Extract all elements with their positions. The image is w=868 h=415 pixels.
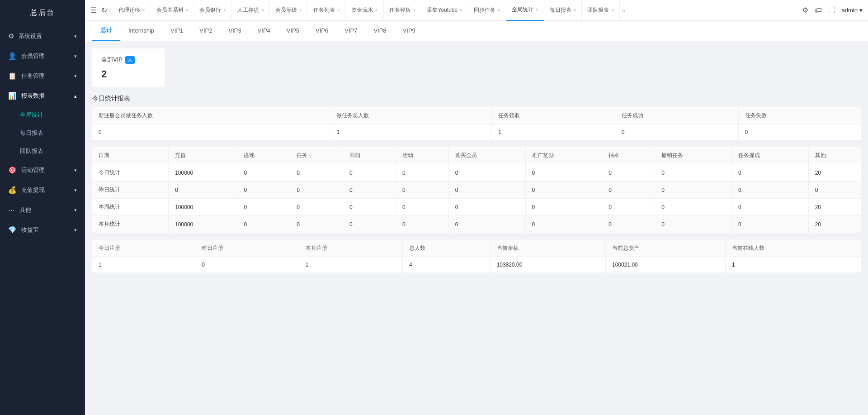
today-stats-table: 新注册会员做任务人数 做任务总人数 任务领取 任务成功 任务失败 0 1 1 0… xyxy=(92,107,861,140)
tab-close-icon[interactable]: × xyxy=(223,8,226,13)
tab-agent-move[interactable]: 代理迁移 × xyxy=(113,0,151,21)
tab-member-bank[interactable]: 会员银行 × xyxy=(194,0,232,21)
tab-global-stats[interactable]: 全局统计 × xyxy=(506,0,544,21)
content-tab-vip8[interactable]: VIP8 xyxy=(365,22,394,40)
admin-arrow-icon: ▾ xyxy=(859,7,863,14)
col-recharge: 充值 xyxy=(169,147,237,164)
sidebar-item-label: 收益宝 xyxy=(21,226,39,234)
content-tab-vip9[interactable]: VIP9 xyxy=(395,22,424,40)
val-month-activity: 0 xyxy=(396,216,448,233)
finance-row-yesterday: 昨日统计 0 0 0 0 0 0 0 0 0 0 0 xyxy=(92,181,861,199)
topbar-tabs: ‹ 代理迁移 × 会员关系树 × 会员银行 × 人工存提 × 会员等级 × xyxy=(107,0,797,21)
tab-close-icon[interactable]: × xyxy=(142,8,145,13)
tab-team-report[interactable]: 团队报表 × xyxy=(582,0,620,21)
sidebar-item-label: 任务管理 xyxy=(21,72,45,80)
tab-task-template[interactable]: 任务模板 × xyxy=(384,0,422,21)
content-tab-vip2[interactable]: VIP2 xyxy=(191,22,220,40)
col-online-members: 当前在线人数 xyxy=(726,240,861,257)
tab-close-icon[interactable]: × xyxy=(337,8,340,13)
sidebar-item-team-report[interactable]: 团队报表 xyxy=(0,142,85,160)
sidebar-item-system[interactable]: ⚙ 系统设置 ▾ xyxy=(0,26,85,46)
content-tab-vip4[interactable]: VIP4 xyxy=(250,22,278,40)
settings-icon[interactable]: ⚙ xyxy=(802,6,808,14)
content-tab-vip3[interactable]: VIP3 xyxy=(220,22,249,40)
reports-icon: 📊 xyxy=(8,92,17,100)
val-week-activity: 0 xyxy=(396,199,448,216)
today-section-title: 今日统计报表 xyxy=(92,95,861,103)
val-today-commission: 0 xyxy=(602,164,655,181)
shouyibao-icon: 💎 xyxy=(8,226,17,234)
sidebar-item-reports[interactable]: 📊 报表数据 ▴ xyxy=(0,86,85,106)
tab-close-icon[interactable]: × xyxy=(299,8,302,13)
val-yest-revoke: 0 xyxy=(655,181,732,199)
tab-close-icon[interactable]: × xyxy=(536,7,538,12)
menu-icon[interactable]: ☰ xyxy=(90,6,97,14)
tabs-scroll-left[interactable]: ‹ xyxy=(107,7,113,14)
admin-button[interactable]: admin ▾ xyxy=(842,7,863,14)
expand-icon[interactable]: ⛶ xyxy=(828,6,835,14)
content-tab-vip1[interactable]: VIP1 xyxy=(162,22,191,40)
val-week-task-commission: 0 xyxy=(731,199,808,216)
tab-close-icon[interactable]: × xyxy=(186,8,189,13)
tab-close-icon[interactable]: × xyxy=(413,8,416,13)
tag-icon[interactable]: 🏷 xyxy=(815,6,822,14)
content-tab-total[interactable]: 总计 xyxy=(92,21,120,41)
col-total-task-members: 做任务总人数 xyxy=(330,107,492,124)
member-stats-row: 1 0 1 4 103820.00 100021.00 1 xyxy=(92,257,861,273)
row-label-week: 本周统计 xyxy=(92,199,169,216)
sidebar-item-global-stats[interactable]: 全局统计 xyxy=(0,106,85,124)
system-icon: ⚙ xyxy=(8,32,14,40)
tab-close-icon[interactable]: × xyxy=(574,8,576,13)
val-task-fail: 0 xyxy=(738,124,861,140)
tab-sync-task[interactable]: 同步任务 × xyxy=(468,0,506,21)
tab-task-list[interactable]: 任务列表 × xyxy=(308,0,346,21)
content-tab-vip7[interactable]: VIP7 xyxy=(336,22,365,40)
row-label-month: 本月统计 xyxy=(92,216,169,233)
val-task-claimed: 1 xyxy=(492,124,615,140)
val-online-members: 1 xyxy=(726,257,861,273)
col-total-assets: 当前总资产 xyxy=(606,240,726,257)
val-week-buy-member: 0 xyxy=(448,199,525,216)
val-today-reg: 1 xyxy=(92,257,195,273)
val-month-withdraw: 0 xyxy=(237,216,290,233)
val-month-other: 20 xyxy=(808,216,861,233)
sidebar-item-other[interactable]: ⋯ 其他 ▾ xyxy=(0,200,85,220)
content-tab-vip5[interactable]: VIP5 xyxy=(278,22,307,40)
val-month-commission: 0 xyxy=(602,216,655,233)
chevron-up-icon: ▴ xyxy=(74,93,77,99)
tab-daily-report[interactable]: 每日报表 × xyxy=(544,0,582,21)
tab-youtube[interactable]: 采集Youtube × xyxy=(421,0,468,21)
finance-row-week: 本周统计 100000 0 0 0 0 0 0 0 0 0 20 xyxy=(92,199,861,216)
sidebar-item-tasks[interactable]: 📋 任务管理 ▾ xyxy=(0,66,85,86)
refresh-icon[interactable]: ↻ xyxy=(101,6,107,14)
val-week-other: 20 xyxy=(808,199,861,216)
val-month-task-commission: 0 xyxy=(731,216,808,233)
sidebar-item-label: 会员管理 xyxy=(21,52,45,60)
col-revoke-task: 撤销任务 xyxy=(655,147,732,164)
tab-close-icon[interactable]: × xyxy=(460,8,462,13)
sidebar-item-daily-report[interactable]: 每日报表 xyxy=(0,124,85,142)
tab-member-tree[interactable]: 会员关系树 × xyxy=(151,0,194,21)
content-tab-vip6[interactable]: VIP6 xyxy=(307,22,336,40)
sidebar-title: 总后台 xyxy=(0,0,85,26)
sidebar-item-activity[interactable]: 🎯 活动管理 ▾ xyxy=(0,160,85,180)
main-content: ☰ ↻ ‹ 代理迁移 × 会员关系树 × 会员银行 × 人工存提 × 会员等级 xyxy=(85,0,868,415)
page-body: 全部VIP 人 2 今日统计报表 新注册会员做任务人数 做任务总人数 任务领取 … xyxy=(85,41,868,415)
chevron-down-icon: ▾ xyxy=(74,53,77,59)
vip-count: 2 xyxy=(101,68,156,80)
tabs-scroll-right[interactable]: » xyxy=(620,7,627,14)
tab-manual-deposit[interactable]: 人工存提 × xyxy=(232,0,270,21)
content-tab-internship[interactable]: Internship xyxy=(120,22,162,40)
sidebar-item-members[interactable]: 👤 会员管理 ▾ xyxy=(0,46,85,66)
sidebar-item-recharge[interactable]: 💰 充值提现 ▾ xyxy=(0,180,85,200)
val-total-assets: 100021.00 xyxy=(606,257,726,273)
tab-member-level[interactable]: 会员等级 × xyxy=(270,0,308,21)
tab-close-icon[interactable]: × xyxy=(261,8,264,13)
sidebar-sub-item-label: 团队报表 xyxy=(20,147,43,155)
tab-close-icon[interactable]: × xyxy=(375,8,378,13)
tab-fund-flow[interactable]: 资金流水 × xyxy=(346,0,384,21)
tab-close-icon[interactable]: × xyxy=(611,8,614,13)
tab-close-icon[interactable]: × xyxy=(498,8,500,13)
topbar-right: ⚙ 🏷 ⛶ admin ▾ xyxy=(797,6,863,14)
sidebar-item-shouyibao[interactable]: 💎 收益宝 ▾ xyxy=(0,220,85,240)
